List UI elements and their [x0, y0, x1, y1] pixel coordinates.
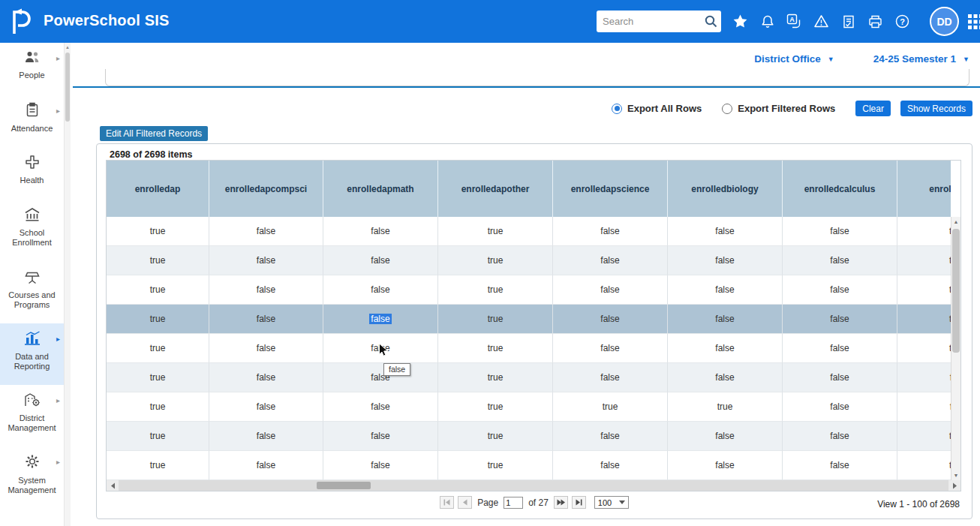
grid-cell[interactable]: false — [668, 422, 783, 451]
export-all-rows-option[interactable]: Export All Rows — [612, 103, 702, 114]
sidebar-item-school-enrollment[interactable]: School Enrollment — [0, 200, 64, 262]
column-header[interactable]: enrolledap — [107, 161, 209, 217]
grid-cell[interactable]: false — [783, 422, 897, 451]
language-icon[interactable]: A — [786, 14, 802, 29]
grid-cell[interactable]: tru — [897, 246, 951, 275]
grid-cell[interactable]: true — [438, 305, 553, 334]
grid-cell[interactable]: true — [107, 363, 209, 392]
grid-cell[interactable]: true — [107, 451, 209, 480]
grid-cell[interactable]: tru — [897, 451, 951, 480]
grid-cell[interactable]: false — [668, 275, 783, 305]
grid-cell[interactable]: true — [668, 392, 783, 422]
grid-cell[interactable]: false — [553, 246, 668, 275]
sidebar-item-health[interactable]: Health — [0, 148, 64, 200]
grid-cell[interactable]: tru — [897, 422, 951, 451]
sidebar-scrollbar[interactable]: ▲ — [64, 43, 71, 526]
grid-cell[interactable]: true — [438, 246, 553, 275]
grid-cell[interactable]: false — [323, 246, 438, 275]
export-filtered-rows-option[interactable]: Export Filtered Rows — [722, 103, 835, 114]
column-header[interactable]: enrolledche — [897, 161, 951, 217]
previous-page-button[interactable] — [458, 496, 472, 509]
alerts-warning-icon[interactable] — [813, 14, 829, 29]
search-input[interactable] — [597, 16, 700, 27]
sidebar-item-attendance[interactable]: Attendance ▸ — [0, 95, 64, 148]
grid-cell[interactable]: false — [668, 451, 783, 480]
grid-cell[interactable]: false — [553, 451, 668, 480]
scroll-up-arrow-icon[interactable]: ▲ — [951, 217, 960, 227]
grid-cell[interactable]: false — [209, 334, 323, 363]
search-icon[interactable] — [700, 14, 721, 29]
column-header[interactable]: enrolledbiology — [668, 161, 783, 217]
grid-cell[interactable]: false — [553, 334, 668, 363]
column-header[interactable]: enrolledapmath — [323, 161, 438, 217]
grid-cell[interactable]: false — [323, 275, 438, 305]
grid-cell[interactable]: false — [209, 392, 323, 422]
grid-cell[interactable]: false — [323, 305, 438, 334]
grid-cell[interactable]: true — [438, 451, 553, 480]
editing-cell-selection[interactable]: false — [369, 314, 391, 324]
grid-cell[interactable]: false — [209, 305, 323, 334]
grid-cell[interactable]: false — [668, 334, 783, 363]
grid-cell[interactable]: false — [209, 422, 323, 451]
grid-cell[interactable]: true — [438, 422, 553, 451]
grid-cell[interactable]: false — [553, 217, 668, 246]
grid-cell[interactable]: false — [323, 422, 438, 451]
grid-cell[interactable]: false — [209, 217, 323, 246]
column-header[interactable]: enrolledapcompsci — [209, 161, 323, 217]
grid-cell[interactable]: true — [107, 305, 209, 334]
scroll-right-arrow-icon[interactable] — [948, 480, 960, 491]
grid-cell[interactable]: fal — [897, 392, 951, 422]
grid-cell[interactable]: false — [209, 275, 323, 305]
grid-cell[interactable]: fal — [897, 363, 951, 392]
edit-all-filtered-records-button[interactable]: Edit All Filtered Records — [100, 126, 208, 141]
grid-cell[interactable]: true — [438, 392, 553, 422]
column-header[interactable]: enrolledcalculus — [783, 161, 897, 217]
grid-cell[interactable]: false — [668, 246, 783, 275]
grid-cell[interactable]: tru — [897, 217, 951, 246]
favorites-star-icon[interactable] — [732, 14, 748, 29]
grid-cell[interactable]: false — [783, 392, 897, 422]
grid-cell[interactable]: true — [438, 334, 553, 363]
grid-cell[interactable]: false — [668, 217, 783, 246]
grid-cell[interactable]: true — [553, 392, 668, 422]
column-header[interactable]: enrolledapother — [438, 161, 553, 217]
grid-cell[interactable]: false — [323, 217, 438, 246]
grid-cell[interactable]: false — [783, 334, 897, 363]
next-page-button[interactable] — [554, 496, 568, 509]
reports-form-icon[interactable] — [840, 14, 856, 29]
grid-cell[interactable]: false — [553, 275, 668, 305]
grid-cell[interactable]: false — [783, 363, 897, 392]
page-size-select[interactable]: 100 — [594, 496, 629, 509]
export-filtered-radio[interactable] — [722, 104, 732, 114]
scroll-left-arrow-icon[interactable] — [107, 480, 119, 491]
scroll-up-arrow-icon[interactable]: ▲ — [65, 43, 71, 52]
clear-button[interactable]: Clear — [855, 101, 891, 116]
grid-cell[interactable]: false — [323, 363, 438, 392]
grid-cell[interactable]: false — [209, 363, 323, 392]
sidebar-scrollbar-thumb[interactable] — [65, 53, 70, 122]
grid-cell[interactable]: false — [783, 305, 897, 334]
term-selector[interactable]: 24-25 Semester 1 ▼ — [873, 53, 969, 65]
column-header[interactable]: enrolledapscience — [553, 161, 668, 217]
grid-cell[interactable]: false — [553, 422, 668, 451]
grid-cell[interactable]: true — [107, 217, 209, 246]
grid-cell[interactable]: false — [668, 305, 783, 334]
grid-horizontal-scrollbar[interactable] — [107, 480, 960, 491]
vertical-scrollbar-thumb[interactable] — [952, 229, 960, 353]
grid-cell[interactable]: false — [783, 451, 897, 480]
scroll-down-arrow-icon[interactable]: ▼ — [951, 470, 960, 480]
grid-cell[interactable]: tru — [897, 305, 951, 334]
grid-vertical-scrollbar[interactable]: ▲ ▼ — [951, 217, 960, 480]
sidebar-item-district-management[interactable]: District Management ▸ — [0, 385, 64, 446]
grid-cell[interactable]: false — [209, 451, 323, 480]
grid-cell[interactable]: tru — [897, 334, 951, 363]
help-icon[interactable]: ? — [894, 14, 910, 29]
grid-cell[interactable]: true — [438, 217, 553, 246]
grid-cell[interactable]: false — [783, 217, 897, 246]
grid-cell[interactable]: false — [323, 392, 438, 422]
sidebar-item-system-management[interactable]: System Management ▸ — [0, 446, 64, 508]
page-number-input[interactable] — [504, 497, 523, 509]
apps-grid-icon[interactable] — [968, 14, 980, 34]
grid-cell[interactable]: false — [209, 246, 323, 275]
show-records-button[interactable]: Show Records — [900, 101, 972, 116]
